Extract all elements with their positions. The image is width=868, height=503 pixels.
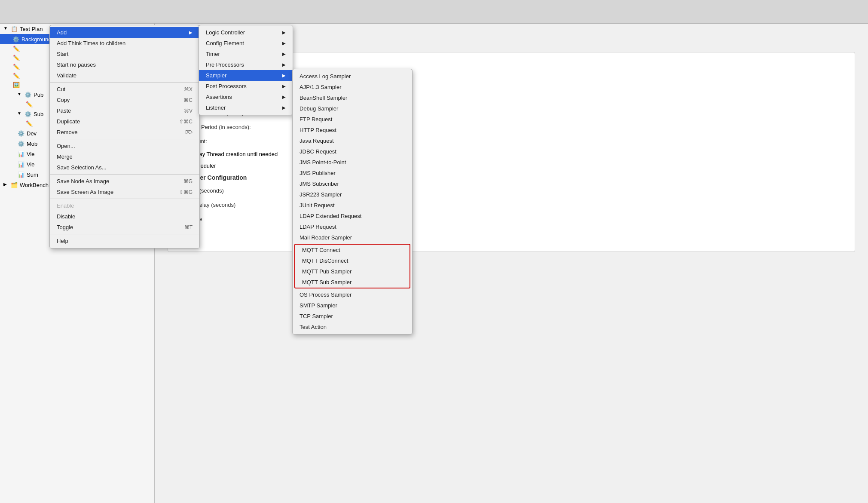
menu-item-jms-subscriber[interactable]: JMS Subscriber xyxy=(293,178,412,189)
menu-pre-proc-label: Pre Processors xyxy=(206,61,244,68)
menu-item-listener[interactable]: Listener ▶ xyxy=(199,102,293,113)
context-menu-add-submenu: Logic Controller ▶ Config Element ▶ Time… xyxy=(199,25,293,115)
smtp-label: SMTP Sampler xyxy=(300,302,337,309)
separator-1 xyxy=(50,82,199,83)
os-process-label: OS Process Sampler xyxy=(300,291,351,298)
menu-sampler-arrow: ▶ xyxy=(282,73,286,78)
menu-open-label: Open... xyxy=(57,143,75,149)
menu-paste-label: Paste xyxy=(57,107,71,114)
menu-item-save-screen-as-image[interactable]: Save Screen As Image ⇧⌘G xyxy=(50,187,199,197)
menu-toggle-label: Toggle xyxy=(57,224,73,230)
menu-start-label: Start xyxy=(57,51,68,57)
menu-pre-proc-arrow: ▶ xyxy=(282,62,286,67)
jms-sub-label: JMS Subscriber xyxy=(300,181,339,187)
menu-item-beanshell-sampler[interactable]: BeanShell Sampler xyxy=(293,92,412,103)
menu-item-save-selection-as[interactable]: Save Selection As... xyxy=(50,162,199,173)
menu-item-http-request[interactable]: HTTP Request xyxy=(293,125,412,135)
menu-item-ldap-extended[interactable]: LDAP Extended Request xyxy=(293,211,412,221)
menu-remove-shortcut: ⌦ xyxy=(185,129,193,135)
menu-cut-label: Cut xyxy=(57,86,65,92)
debug-label: Debug Sampler xyxy=(300,105,338,112)
menu-item-help[interactable]: Help xyxy=(50,236,199,246)
menu-item-open[interactable]: Open... xyxy=(50,141,199,151)
mqtt-disconnect-label: MQTT DisConnect xyxy=(302,258,348,264)
menu-item-config-element[interactable]: Config Element ▶ xyxy=(199,38,293,49)
menu-save-screen-shortcut: ⇧⌘G xyxy=(179,189,193,195)
test-action-label: Test Action xyxy=(300,324,327,330)
menu-config-elem-label: Config Element xyxy=(206,40,244,46)
mqtt-sub-label: MQTT Sub Sampler xyxy=(302,279,351,285)
java-label: Java Request xyxy=(300,138,334,144)
menu-save-sel-label: Save Selection As... xyxy=(57,164,107,171)
menu-item-enable: Enable xyxy=(50,200,199,211)
menu-item-mqtt-connect[interactable]: MQTT Connect xyxy=(295,245,410,255)
menu-item-junit-request[interactable]: JUnit Request xyxy=(293,200,412,211)
menu-item-java-request[interactable]: Java Request xyxy=(293,135,412,146)
http-label: HTTP Request xyxy=(300,127,336,133)
menu-item-logic-controller[interactable]: Logic Controller ▶ xyxy=(199,27,293,38)
menu-post-proc-label: Post Processors xyxy=(206,83,247,89)
menu-item-tcp-sampler[interactable]: TCP Sampler xyxy=(293,311,412,322)
menu-sampler-label: Sampler xyxy=(206,72,226,79)
menu-listener-label: Listener xyxy=(206,104,226,111)
menu-item-os-process[interactable]: OS Process Sampler xyxy=(293,289,412,300)
menu-item-access-log-sampler[interactable]: Access Log Sampler xyxy=(293,71,412,82)
jdbc-label: JDBC Request xyxy=(300,148,336,155)
menu-item-mqtt-disconnect[interactable]: MQTT DisConnect xyxy=(295,255,410,266)
junit-label: JUnit Request xyxy=(300,202,335,209)
menu-item-timer[interactable]: Timer ▶ xyxy=(199,49,293,59)
jms-pub-label: JMS Publisher xyxy=(300,170,336,176)
menu-item-jms-publisher[interactable]: JMS Publisher xyxy=(293,168,412,178)
ajp-label: AJP/1.3 Sampler xyxy=(300,84,342,90)
menu-item-add[interactable]: Add ▶ xyxy=(50,27,199,38)
menu-item-copy[interactable]: Copy ⌘C xyxy=(50,95,199,105)
menu-item-debug-sampler[interactable]: Debug Sampler xyxy=(293,103,412,114)
menu-item-test-action[interactable]: Test Action xyxy=(293,322,412,332)
menu-item-merge[interactable]: Merge xyxy=(50,151,199,162)
menu-add-arrow: ▶ xyxy=(189,30,193,35)
menu-item-mqtt-pub-sampler[interactable]: MQTT Pub Sampler xyxy=(295,266,410,277)
menu-item-add-think-times[interactable]: Add Think Times to children xyxy=(50,38,199,49)
menu-item-pre-processors[interactable]: Pre Processors ▶ xyxy=(199,59,293,70)
menu-item-ftp-request[interactable]: FTP Request xyxy=(293,114,412,125)
menu-add-label: Add xyxy=(57,29,67,36)
menu-toggle-shortcut: ⌘T xyxy=(184,224,193,230)
menu-save-node-shortcut: ⌘G xyxy=(183,178,193,184)
menu-item-duplicate[interactable]: Duplicate ⇧⌘C xyxy=(50,116,199,127)
ftp-label: FTP Request xyxy=(300,116,332,123)
menu-item-post-processors[interactable]: Post Processors ▶ xyxy=(199,81,293,92)
mqtt-connect-label: MQTT Connect xyxy=(302,247,340,253)
menu-item-jms-p2p[interactable]: JMS Point-to-Point xyxy=(293,157,412,168)
menu-item-toggle[interactable]: Toggle ⌘T xyxy=(50,222,199,233)
tcp-label: TCP Sampler xyxy=(300,313,333,319)
mqtt-pub-label: MQTT Pub Sampler xyxy=(302,268,351,275)
menu-item-disable[interactable]: Disable xyxy=(50,211,199,222)
menu-item-validate[interactable]: Validate xyxy=(50,70,199,81)
menu-item-smtp-sampler[interactable]: SMTP Sampler xyxy=(293,300,412,311)
menu-config-elem-arrow: ▶ xyxy=(282,41,286,46)
menu-item-mqtt-sub-sampler[interactable]: MQTT Sub Sampler xyxy=(295,277,410,288)
menu-item-jdbc-request[interactable]: JDBC Request xyxy=(293,146,412,157)
menu-item-start-no-pauses[interactable]: Start no pauses xyxy=(50,59,199,70)
menu-item-save-node-as-image[interactable]: Save Node As Image ⌘G xyxy=(50,176,199,187)
menu-item-cut[interactable]: Cut ⌘X xyxy=(50,84,199,95)
access-log-label: Access Log Sampler xyxy=(300,73,351,80)
menu-item-ajp-sampler[interactable]: AJP/1.3 Sampler xyxy=(293,82,412,92)
context-menu-sampler-submenu: Access Log Sampler AJP/1.3 Sampler BeanS… xyxy=(292,69,413,334)
menu-remove-label: Remove xyxy=(57,129,77,135)
menu-item-mail-reader[interactable]: Mail Reader Sampler xyxy=(293,232,412,243)
menu-item-start[interactable]: Start xyxy=(50,49,199,59)
menu-item-sampler[interactable]: Sampler ▶ xyxy=(199,70,293,81)
menu-assertions-label: Assertions xyxy=(206,94,232,100)
menu-item-paste[interactable]: Paste ⌘V xyxy=(50,105,199,116)
menu-add-think-label: Add Think Times to children xyxy=(57,40,125,46)
menu-enable-label: Enable xyxy=(57,202,74,209)
menu-validate-label: Validate xyxy=(57,72,76,79)
beanshell-label: BeanShell Sampler xyxy=(300,95,347,101)
menu-item-ldap-request[interactable]: LDAP Request xyxy=(293,221,412,232)
menu-item-remove[interactable]: Remove ⌦ xyxy=(50,127,199,138)
menu-item-assertions[interactable]: Assertions ▶ xyxy=(199,92,293,102)
menu-copy-shortcut: ⌘C xyxy=(183,97,193,103)
menu-item-jsr223[interactable]: JSR223 Sampler xyxy=(293,189,412,200)
separator-2 xyxy=(50,139,199,139)
